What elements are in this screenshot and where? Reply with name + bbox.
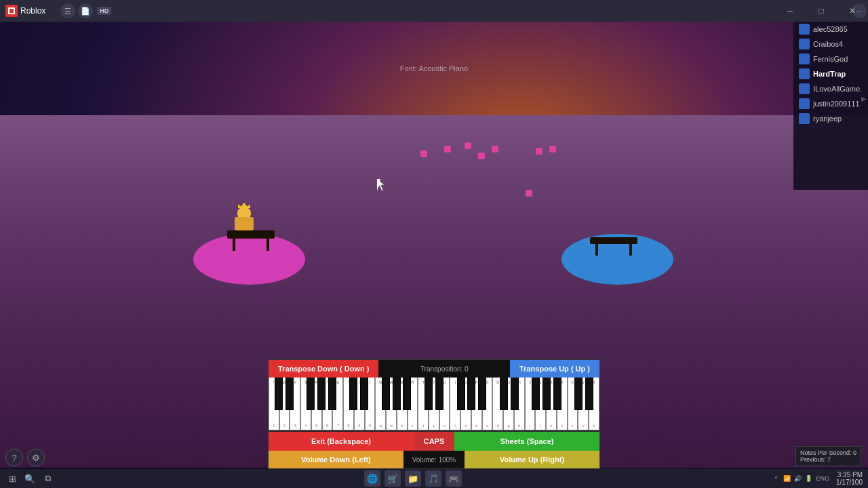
white-key[interactable]: Gg bbox=[503, 378, 514, 430]
player-avatar bbox=[799, 83, 810, 94]
player-item[interactable]: Craibos4 bbox=[793, 37, 868, 52]
white-key[interactable]: Oo bbox=[460, 378, 471, 430]
white-key[interactable]: Xx bbox=[557, 378, 568, 430]
tray-icon-1[interactable]: ^ bbox=[772, 474, 781, 483]
notes-line1: Notes Per Second: 0 bbox=[800, 449, 856, 456]
white-key[interactable]: Vv bbox=[578, 378, 589, 430]
transpose-up-button[interactable]: Transpose Up ( Up ) bbox=[510, 360, 599, 378]
white-key[interactable]: Ll bbox=[535, 378, 546, 430]
white-key[interactable]: Zz bbox=[546, 378, 557, 430]
white-key[interactable]: Qq bbox=[375, 378, 386, 430]
white-key[interactable]: Yy bbox=[429, 378, 439, 430]
player-avatar bbox=[799, 24, 810, 35]
player-item[interactable]: justin2009111 bbox=[793, 96, 868, 111]
note-particle bbox=[526, 190, 532, 197]
minimize-button[interactable]: ─ bbox=[774, 0, 806, 22]
note-particle bbox=[465, 142, 471, 149]
white-key[interactable]: *8 bbox=[343, 378, 354, 430]
white-key[interactable]: %5 bbox=[311, 378, 322, 430]
note-particle bbox=[420, 150, 427, 157]
player-name: alec52865 bbox=[813, 25, 848, 33]
exit-button[interactable]: Exit (Backspace) bbox=[269, 432, 414, 451]
white-key[interactable]: Tt bbox=[418, 378, 429, 430]
taskbar-app-store[interactable]: 🛒 bbox=[384, 470, 401, 487]
roblox-icon bbox=[5, 5, 18, 17]
white-key[interactable]: Ww bbox=[386, 378, 397, 430]
tray-volume-icon[interactable]: 🔊 bbox=[793, 474, 803, 483]
settings-button[interactable]: ⚙ bbox=[27, 449, 45, 466]
white-key[interactable]: Ee bbox=[397, 378, 408, 430]
caps-button[interactable]: CAPS bbox=[414, 432, 454, 451]
white-key[interactable]: ^6 bbox=[322, 378, 333, 430]
volume-down-button[interactable]: Volume Down (Left) bbox=[269, 451, 403, 468]
hd-badge: HD bbox=[97, 7, 111, 15]
player-name: justin2009111 bbox=[813, 100, 860, 108]
white-key[interactable]: Hh bbox=[514, 378, 525, 430]
taskbar-app-edge[interactable]: 🌐 bbox=[364, 470, 380, 487]
white-key[interactable]: Jj bbox=[525, 378, 536, 430]
player-item[interactable]: ryanjeep bbox=[793, 111, 868, 126]
start-button[interactable]: ⊞ bbox=[5, 472, 19, 485]
player-avatar bbox=[799, 98, 810, 109]
clock-time: 3:35 PM bbox=[836, 471, 863, 479]
sys-tray: ^ 📶 🔊 🔋 ENG bbox=[772, 474, 831, 483]
white-key[interactable]: !1 bbox=[269, 378, 279, 430]
white-key[interactable]: $4 bbox=[300, 378, 311, 430]
white-key[interactable]: #3 bbox=[290, 378, 300, 430]
player-item[interactable]: ILoveAllGame... bbox=[793, 81, 868, 96]
volume-up-button[interactable]: Volume Up (Right) bbox=[465, 451, 599, 468]
player-avatar bbox=[799, 113, 810, 124]
help-button[interactable]: ? bbox=[5, 449, 23, 466]
close-button[interactable]: ✕ bbox=[837, 0, 868, 22]
player-name: ryanjeep bbox=[813, 115, 842, 123]
white-keys: !1@2#3$4%5^6&7*8(9)0QqWwEeRrTtYyUuIiOoPp… bbox=[269, 378, 599, 432]
note-particle bbox=[492, 146, 498, 152]
bottom-row-2: Volume Down (Left) Volume: 100% Volume U… bbox=[269, 451, 599, 468]
taskbar-app-music[interactable]: 🎵 bbox=[425, 470, 441, 487]
menu-icon: ☰ bbox=[64, 7, 71, 16]
player-item[interactable]: FernisGod bbox=[793, 52, 868, 66]
transposition-display: Transposition: 0 bbox=[378, 365, 510, 373]
transpose-down-button[interactable]: Transpose Down ( Down ) bbox=[269, 360, 378, 378]
sheets-button[interactable]: Sheets (Space) bbox=[454, 432, 599, 451]
player-item[interactable]: alec52865 bbox=[793, 22, 868, 37]
search-button[interactable]: 🔍 bbox=[23, 472, 37, 485]
maximize-button[interactable]: □ bbox=[806, 0, 837, 22]
player-name: HardTrap bbox=[813, 70, 846, 78]
white-key[interactable]: Ss bbox=[482, 378, 493, 430]
tray-wifi-icon[interactable]: 📶 bbox=[783, 474, 792, 483]
white-key[interactable]: Rr bbox=[408, 378, 418, 430]
white-key[interactable]: Pp bbox=[471, 378, 482, 430]
notes-line2: Previous: 7 bbox=[800, 456, 856, 463]
taskbar-clock[interactable]: 3:35 PM 1/17/100 bbox=[836, 471, 863, 486]
taskview-button[interactable]: ⧉ bbox=[41, 472, 54, 485]
tray-lang: ENG bbox=[816, 475, 830, 482]
note-particle bbox=[536, 148, 542, 155]
taskbar-app-roblox[interactable]: 🎮 bbox=[446, 470, 462, 487]
white-key[interactable]: Ii bbox=[450, 378, 460, 430]
taskbar-app-files[interactable]: 📁 bbox=[405, 470, 421, 487]
white-key[interactable]: &7 bbox=[332, 378, 343, 430]
white-key[interactable]: Dd bbox=[492, 378, 503, 430]
players-list: alec52865Craibos4FernisGodHardTrapILoveA… bbox=[793, 22, 868, 126]
piano-keys: !1@2#3$4%5^6&7*8(9)0QqWwEeRrTtYyUuIiOoPp… bbox=[269, 378, 599, 432]
white-key[interactable]: Cc bbox=[568, 378, 578, 430]
taskbar: ⊞ 🔍 ⧉ 🌐 🛒 📁 🎵 🎮 ^ 📶 🔊 🔋 ENG 3:35 PM 1/17… bbox=[0, 469, 868, 488]
white-key[interactable]: Bb bbox=[589, 378, 599, 430]
taskbar-center: 🌐 🛒 📁 🎵 🎮 bbox=[60, 470, 766, 487]
white-key[interactable]: Uu bbox=[439, 378, 450, 430]
notes-tooltip: Notes Per Second: 0 Previous: 7 bbox=[795, 446, 861, 466]
svg-rect-2 bbox=[9, 9, 14, 13]
menu-button[interactable]: ☰ bbox=[60, 3, 75, 18]
taskbar-left: ⊞ 🔍 ⧉ bbox=[0, 472, 60, 485]
player-avatar bbox=[799, 68, 810, 79]
player-item[interactable]: HardTrap bbox=[793, 66, 868, 81]
document-button[interactable]: 📄 bbox=[78, 3, 93, 18]
volume-display: Volume: 100% bbox=[403, 456, 465, 464]
tray-battery-icon[interactable]: 🔋 bbox=[804, 474, 814, 483]
white-key[interactable]: (9 bbox=[354, 378, 365, 430]
white-key[interactable]: )0 bbox=[365, 378, 376, 430]
bottom-left-icons: ? ⚙ bbox=[5, 449, 45, 466]
scroll-indicator: ▶ bbox=[861, 95, 867, 102]
white-key[interactable]: @2 bbox=[279, 378, 290, 430]
